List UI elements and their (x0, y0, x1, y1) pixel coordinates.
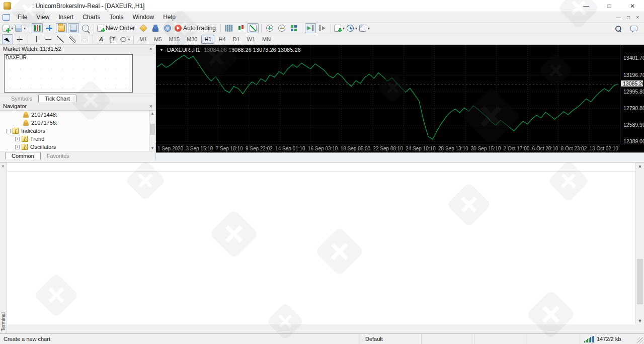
status-bar: Create a new chart Default 1472/2 kb (0, 333, 644, 344)
new-chart-button[interactable]: ▾ (2, 23, 14, 33)
data-window-button[interactable] (44, 23, 55, 33)
market-watch-tab-tick-chart[interactable]: Tick Chart (38, 95, 76, 102)
chart-dropdown-icon[interactable]: ▼ (159, 48, 164, 52)
scrollbar-thumb[interactable] (150, 124, 155, 135)
market-watch-toggle-button[interactable] (32, 23, 43, 33)
menu-item-help[interactable]: Help (158, 12, 180, 22)
channel-tool-button[interactable] (67, 34, 78, 44)
zoom-out-button[interactable] (276, 23, 287, 33)
label-tool-button[interactable]: T (108, 34, 119, 44)
autotrading-button[interactable]: AutoTrading (174, 23, 218, 33)
scroll-down-icon[interactable]: ▼ (636, 318, 644, 323)
cursor-tool-button[interactable] (2, 34, 13, 44)
timeframe-h1[interactable]: H1 (201, 35, 214, 44)
indicators-button[interactable]: ▾ (334, 23, 345, 33)
timeframe-d1[interactable]: D1 (230, 35, 243, 44)
navigator-item-indicators[interactable]: −ƒIndicators (0, 127, 155, 135)
scroll-down-icon[interactable]: ▼ (149, 146, 155, 150)
cursor-icon (4, 37, 11, 42)
bar-chart-button[interactable] (223, 23, 234, 33)
menu-item-tools[interactable]: Tools (105, 12, 128, 22)
mdi-minimize-button[interactable]: — (616, 15, 621, 20)
terminal-scrollbar[interactable]: ▲ ▼ (635, 162, 644, 324)
menu-item-charts[interactable]: Charts (78, 12, 105, 22)
timeframe-m5[interactable]: M5 (151, 35, 165, 44)
timeframe-m15[interactable]: M15 (166, 35, 183, 44)
timeframe-mn[interactable]: MN (259, 35, 274, 44)
timeframe-h4[interactable]: H4 (215, 35, 228, 44)
maximize-button[interactable]: □ (598, 0, 621, 12)
horizontal-line-tool-button[interactable] (43, 34, 54, 44)
menu-item-file[interactable]: File (13, 12, 32, 22)
time-scale[interactable]: 1 Sep 20203 Sep 15:107 Sep 18:109 Sep 22… (156, 144, 620, 152)
periods-button[interactable]: ▾ (346, 23, 358, 33)
price-scale[interactable]: 13401.7013196.7012995.8012790.8012589.90… (620, 45, 644, 144)
market-watch-close-icon[interactable]: × (149, 46, 152, 52)
navigator-item-trend[interactable]: +ƒTrend (0, 135, 155, 143)
metaeditor-button[interactable] (138, 23, 149, 33)
fibonacci-icon (81, 36, 88, 43)
market-watch-titlebar: Market Watch: 11:31:52 × (0, 45, 155, 53)
strategy-tester-button[interactable] (80, 23, 91, 33)
mdi-restore-button[interactable]: □ (627, 15, 630, 20)
time-tick-label: 18 Sep 05:00 (341, 146, 371, 151)
vertical-line-tool-button[interactable] (31, 34, 42, 44)
search-button[interactable] (612, 23, 623, 33)
templates-button[interactable]: ▾ (359, 23, 370, 33)
timeframe-m1[interactable]: M1 (136, 35, 150, 44)
navigator-tab-common[interactable]: Common (5, 152, 41, 159)
mt4-application-window: : UnicornBrokersInv-Real - [DAXEUR,,H1] … (0, 0, 644, 344)
navigator-item-21071756[interactable]: 21071756: (0, 119, 155, 127)
scrollbar-thumb[interactable] (637, 259, 643, 304)
tick-chart-line (5, 55, 132, 92)
chart-ohlc-values: 13084.06 13088.26 13073.26 13085.26 (204, 47, 301, 53)
line-chart-button[interactable] (248, 23, 259, 33)
timeframe-w1[interactable]: W1 (244, 35, 259, 44)
resize-grip[interactable] (637, 337, 643, 343)
close-button[interactable]: ✕ (621, 0, 644, 12)
menu-item-window[interactable]: Window (128, 12, 159, 22)
time-tick-label: 2 Oct 17:00 (504, 146, 530, 151)
fibonacci-tool-button[interactable] (79, 34, 90, 44)
navigator-item-oscillators[interactable]: +ƒOscillators (0, 143, 155, 151)
new-order-button[interactable]: New Order (97, 23, 137, 33)
status-profile[interactable]: Default (361, 334, 421, 344)
zoom-in-button[interactable] (264, 23, 275, 33)
web-terminal-button[interactable] (162, 23, 173, 33)
chat-button[interactable] (628, 23, 639, 33)
account-icon (23, 120, 29, 126)
plus-expander-icon[interactable]: + (15, 145, 20, 149)
market-watch-tab-symbols[interactable]: Symbols (5, 95, 38, 102)
profiles-button[interactable]: ▾ (15, 23, 26, 33)
trendline-tool-button[interactable] (55, 34, 66, 44)
tick-chart-panel[interactable]: DAXEUR. (0, 53, 155, 94)
minus-expander-icon[interactable]: − (6, 129, 11, 133)
shapes-tool-button[interactable]: ▾ (120, 34, 131, 44)
candlestick-chart-button[interactable] (235, 23, 247, 33)
chat-icon (630, 26, 637, 31)
chart-shift-button[interactable] (317, 23, 328, 33)
timeframe-m30[interactable]: M30 (184, 35, 200, 44)
navigator-close-icon[interactable]: × (149, 103, 152, 109)
price-chart[interactable]: ▼ DAXEUR.,H1 13084.06 13088.26 13073.26 … (156, 45, 644, 152)
scroll-up-icon[interactable]: ▲ (636, 163, 644, 168)
community-button[interactable] (150, 23, 161, 33)
text-tool-button[interactable]: A (96, 34, 107, 44)
scroll-up-icon[interactable]: ▲ (149, 111, 155, 116)
terminal-close-icon[interactable]: × (2, 163, 5, 169)
navigator-item-21071448[interactable]: 21071448: (0, 111, 155, 119)
mdi-close-button[interactable]: × (636, 15, 639, 20)
navigator-scrollbar[interactable]: ▲ ▼ (149, 111, 155, 151)
crosshair-tool-button[interactable] (14, 34, 25, 44)
navigator-toggle-button[interactable] (56, 23, 67, 33)
auto-scroll-button[interactable] (305, 23, 316, 33)
minimize-button[interactable]: — (575, 0, 598, 12)
menu-item-insert[interactable]: Insert (54, 12, 78, 22)
navigator-tab-favorites[interactable]: Favorites (41, 152, 75, 159)
menu-item-view[interactable]: View (32, 12, 54, 22)
navigator-titlebar: Navigator × (0, 102, 155, 111)
tile-windows-button[interactable] (288, 23, 299, 33)
navigator-title: Navigator (3, 103, 27, 109)
plus-expander-icon[interactable]: + (15, 137, 20, 141)
terminal-toggle-button[interactable] (68, 23, 79, 33)
